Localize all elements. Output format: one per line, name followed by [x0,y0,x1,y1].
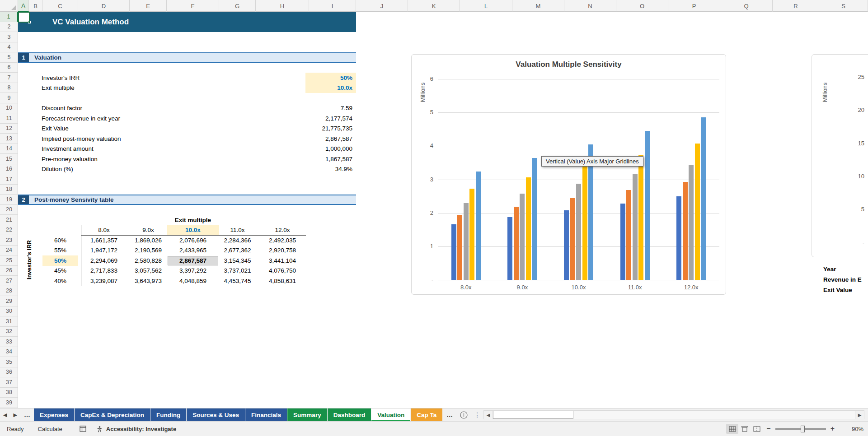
add-sheet-button[interactable] [456,408,471,421]
sens-col-header-10.0x[interactable]: 10.0x [167,225,219,236]
scroll-left-icon[interactable]: ◀ [484,411,493,419]
sens-cell-55%-8.0x[interactable]: 1,947,172 [78,246,130,256]
value-exit-value[interactable]: 21,775,735 [305,124,356,134]
row-header-6[interactable]: 6 [0,63,18,73]
tabs-overflow-left[interactable]: … [20,408,34,421]
sens-cell-50%-12.0x[interactable]: 3,441,104 [256,255,309,266]
row-header-13[interactable]: 13 [0,134,18,144]
row-header-15[interactable]: 15 [0,154,18,164]
bar-45%-8.0x[interactable] [469,189,474,280]
row-header-16[interactable]: 16 [0,164,18,175]
row-header-2[interactable]: 2 [0,22,18,32]
column-header-N[interactable]: N [564,0,616,12]
column-header-L[interactable]: L [460,0,512,12]
row-header-31[interactable]: 31 [0,316,18,327]
bar-60%-11.0x[interactable] [620,204,625,280]
sens-cell-55%-11.0x[interactable]: 2,677,362 [219,246,256,256]
column-header-F[interactable]: F [167,0,219,12]
sens-cell-50%-9.0x[interactable]: 2,580,828 [130,255,167,266]
tab-valuation[interactable]: Valuation [371,408,410,421]
side-label-exit-value[interactable]: Exit Value [823,287,852,293]
scrollbar-thumb[interactable] [493,411,573,419]
accessibility-status[interactable]: Accessibility: Investigate [96,426,176,432]
zoom-slider-thumb[interactable] [801,426,805,432]
column-header-I[interactable]: I [309,0,356,12]
bar-55%-10.0x[interactable] [570,198,575,280]
value-implied-post-money-valuation[interactable]: 2,867,587 [305,134,356,144]
sens-col-header-8.0x[interactable]: 8.0x [78,225,130,236]
row-header-4[interactable]: 4 [0,42,18,53]
sens-cell-45%-8.0x[interactable]: 2,717,833 [78,266,130,276]
column-header-B[interactable]: B [29,0,42,12]
row-header-25[interactable]: 25 [0,255,18,266]
scroll-right-icon[interactable]: ▶ [855,411,864,419]
label-investor-s-irr[interactable]: Investor's IRR [42,73,236,83]
side-chart[interactable]: Millions 252015105- [812,54,868,257]
bar-60%-10.0x[interactable] [564,210,569,280]
sens-cell-60%-9.0x[interactable]: 1,869,026 [130,235,167,246]
sens-row-header-50%[interactable]: 50% [42,255,78,266]
bar-40%-9.0x[interactable] [532,158,537,280]
label-investment-amount[interactable]: Investment amount [42,144,236,154]
bar-50%-10.0x[interactable] [576,184,581,280]
value-investor-s-irr[interactable]: 50% [305,73,356,83]
bar-60%-9.0x[interactable] [507,217,512,280]
tab-dashboard[interactable]: Dashboard [328,408,371,421]
sens-col-header-12.0x[interactable]: 12.0x [256,225,309,236]
row-header-7[interactable]: 7 [0,73,18,83]
sens-cell-55%-9.0x[interactable]: 2,190,569 [130,246,167,256]
sens-cell-45%-12.0x[interactable]: 4,076,750 [256,266,309,276]
value-forecast-revenue-in-exit-year[interactable]: 2,177,574 [305,113,356,124]
page-layout-view-icon[interactable] [738,424,751,434]
sens-row-header-60%[interactable]: 60% [42,235,78,246]
tab-summary[interactable]: Summary [287,408,327,421]
sens-row-header-55%[interactable]: 55% [42,246,78,256]
row-header-18[interactable]: 18 [0,185,18,195]
row-header-26[interactable]: 26 [0,266,18,276]
sens-cell-60%-8.0x[interactable]: 1,661,357 [78,235,130,246]
sens-row-header-45%[interactable]: 45% [42,266,78,276]
bar-45%-9.0x[interactable] [526,177,531,280]
row-header-21[interactable]: 21 [0,215,18,225]
row-header-1[interactable]: 1 [0,12,18,22]
sens-cell-40%-12.0x[interactable]: 4,858,631 [256,276,309,286]
column-header-Q[interactable]: Q [720,0,773,12]
sheet-canvas[interactable]: VC Valuation Method 1 Valuation Investor… [0,0,868,436]
bar-45%-12.0x[interactable] [695,144,700,280]
horizontal-scrollbar[interactable]: ◀ ▶ [483,410,864,419]
bar-55%-12.0x[interactable] [683,182,688,280]
row-header-12[interactable]: 12 [0,124,18,134]
row-header-8[interactable]: 8 [0,83,18,93]
row-header-28[interactable]: 28 [0,286,18,297]
zoom-in-button[interactable]: + [827,425,838,433]
zoom-slider[interactable] [775,428,826,430]
bar-50%-9.0x[interactable] [520,194,525,280]
status-calculate[interactable]: Calculate [38,426,62,432]
sens-cell-45%-10.0x[interactable]: 3,397,292 [167,266,219,276]
column-header-M[interactable]: M [512,0,564,12]
bar-45%-11.0x[interactable] [638,155,643,280]
value-dilution[interactable]: 34.9% [305,164,356,175]
bar-50%-8.0x[interactable] [464,203,469,280]
bar-50%-11.0x[interactable] [633,174,638,280]
row-header-5[interactable]: 5 [0,52,18,63]
column-header-P[interactable]: P [668,0,720,12]
column-header-O[interactable]: O [616,0,668,12]
label-dilution[interactable]: Dilution (%) [42,164,236,175]
column-header-C[interactable]: C [42,0,78,12]
label-implied-post-money-valuation[interactable]: Implied post-money valuation [42,134,236,144]
value-discount-factor[interactable]: 7.59 [305,103,356,114]
sens-col-header-11.0x[interactable]: 11.0x [219,225,256,236]
label-forecast-revenue-in-exit-year[interactable]: Forecast revenue in exit year [42,113,236,124]
side-label-revenue-in-e[interactable]: Revenue in E [823,276,862,283]
normal-view-icon[interactable] [726,424,738,434]
column-header-H[interactable]: H [256,0,309,12]
scrollbar-track[interactable] [573,411,855,419]
tabs-overflow-right[interactable]: … [443,408,456,421]
column-header-R[interactable]: R [773,0,819,12]
sens-cell-55%-12.0x[interactable]: 2,920,758 [256,246,309,256]
zoom-level[interactable]: 90% [843,426,863,432]
tab-funding[interactable]: Funding [150,408,186,421]
sens-cell-50%-11.0x[interactable]: 3,154,345 [219,255,256,266]
row-header-27[interactable]: 27 [0,276,18,286]
